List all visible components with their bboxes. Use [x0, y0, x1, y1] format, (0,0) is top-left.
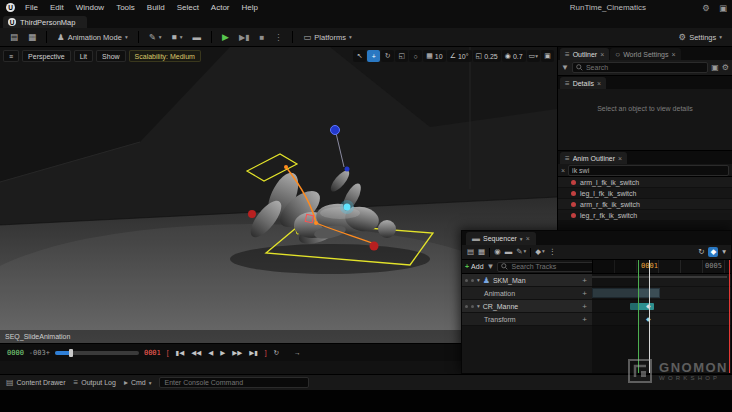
filter-icon[interactable]: ▼: [561, 63, 569, 72]
track-filter-icon[interactable]: ▼: [487, 262, 495, 271]
menu-window[interactable]: Window: [70, 0, 110, 15]
range-start-bracket-icon[interactable]: [: [166, 349, 170, 356]
grid-snap-control[interactable]: ▦ 10: [423, 50, 445, 62]
outliner-settings-icon[interactable]: ⚙: [722, 63, 729, 72]
anim-outliner-search[interactable]: [568, 165, 729, 176]
cinematics-button[interactable]: ▬: [188, 31, 205, 44]
menu-select[interactable]: Select: [171, 0, 205, 15]
console-command-input[interactable]: [164, 379, 304, 386]
track-row[interactable]: ▾ ♟ SKM_Man +: [462, 274, 731, 287]
menu-help[interactable]: Help: [236, 0, 264, 15]
add-subtrack-icon[interactable]: +: [582, 289, 587, 298]
control-item[interactable]: leg_r_fk_ik_switch: [558, 210, 732, 221]
control-item[interactable]: leg_l_fk_ik_switch: [558, 188, 732, 199]
play-button[interactable]: ▶: [218, 30, 233, 44]
playback-options-icon[interactable]: ↻: [698, 248, 704, 256]
move-tool-button[interactable]: +: [367, 50, 380, 62]
track-row[interactable]: ▾ CR_Manne + ◆: [462, 300, 731, 313]
previous-key-button[interactable]: ◀◀: [190, 349, 202, 357]
menu-actor[interactable]: Actor: [205, 0, 236, 15]
editor-settings-icon[interactable]: ⚙: [702, 3, 710, 13]
render-movie-icon[interactable]: ▬: [505, 248, 513, 256]
perspective-dropdown[interactable]: Perspective: [22, 50, 71, 62]
add-subtrack-icon[interactable]: +: [582, 276, 587, 285]
blueprint-dropdown[interactable]: ■ ▾: [168, 31, 187, 44]
close-icon[interactable]: ×: [618, 155, 622, 162]
menu-tools[interactable]: Tools: [110, 0, 141, 15]
save-sequence-icon[interactable]: ▤: [467, 248, 474, 256]
select-tool-button[interactable]: ↖: [353, 50, 366, 62]
close-icon[interactable]: ×: [600, 51, 604, 58]
menu-build[interactable]: Build: [141, 0, 171, 15]
camera-speed-control[interactable]: ◉ 0.7: [502, 50, 526, 62]
control-item[interactable]: arm_r_fk_ik_switch: [558, 199, 732, 210]
loop-toggle-button[interactable]: ↻: [273, 349, 280, 357]
tab-outliner[interactable]: ≡ Outliner ×: [560, 48, 609, 60]
clear-search-icon[interactable]: ×: [561, 167, 565, 174]
console-command-box[interactable]: [159, 377, 309, 388]
editor-mode-dropdown[interactable]: ♟ Animation Mode ▾: [53, 31, 132, 44]
save-button[interactable]: ▤: [6, 31, 22, 44]
keyframe-icon[interactable]: ◆: [646, 316, 651, 322]
step-back-button[interactable]: ◀: [207, 349, 214, 357]
jump-to-end-button[interactable]: ▶▮: [248, 349, 259, 357]
scale-snap-control[interactable]: ◱ 0.25: [473, 50, 501, 62]
viewport-options-button[interactable]: ≡: [3, 50, 19, 62]
platforms-dropdown[interactable]: ▭ Platforms ▾: [299, 31, 355, 44]
frame-skip-button[interactable]: ▶▮: [235, 31, 254, 44]
add-subtrack-icon[interactable]: +: [582, 302, 587, 311]
find-asset-icon[interactable]: ▦: [478, 248, 485, 256]
anim-outliner-search-input[interactable]: [572, 167, 725, 174]
control-item[interactable]: arm_l_fk_ik_switch: [558, 177, 732, 188]
screen-layout-button[interactable]: ▭ ▾: [527, 50, 540, 62]
play-forward-button[interactable]: ▶: [219, 349, 226, 357]
scale-tool-button[interactable]: ◱: [395, 50, 408, 62]
menu-file[interactable]: File: [19, 0, 44, 15]
track-row[interactable]: Transform + ◆: [462, 313, 731, 326]
scalability-badge[interactable]: Scalability: Medium: [129, 50, 201, 62]
animation-clip[interactable]: [592, 288, 660, 298]
track-toggle-dot[interactable]: [471, 279, 474, 282]
layout-icon[interactable]: ▣: [719, 3, 727, 13]
tab-anim-outliner[interactable]: ≡ Anim Outliner ×: [560, 152, 627, 164]
tab-world-settings[interactable]: ○ World Settings ×: [610, 48, 680, 60]
track-toggle-dot[interactable]: [465, 305, 468, 308]
tab-details[interactable]: ≡ Details ×: [560, 77, 606, 89]
content-button[interactable]: ▦: [24, 31, 40, 44]
timeline-ruler[interactable]: 0001 0005: [592, 260, 731, 273]
range-end-bracket-icon[interactable]: ]: [264, 349, 268, 356]
edits-dropdown-icon[interactable]: ✎▾: [516, 248, 526, 256]
content-drawer-button[interactable]: ▤ Content Drawer: [6, 378, 66, 387]
add-track-button[interactable]: + Add: [465, 263, 484, 270]
timeline-scrub-slider[interactable]: [55, 351, 139, 355]
outliner-search-input[interactable]: [586, 64, 704, 71]
track-key-lane[interactable]: [592, 287, 731, 300]
jump-to-start-button[interactable]: ▮◀: [175, 349, 186, 357]
goto-frame-button[interactable]: →: [293, 349, 302, 356]
world-space-button[interactable]: ○: [409, 50, 422, 62]
add-subtrack-icon[interactable]: +: [582, 315, 587, 324]
menu-edit[interactable]: Edit: [44, 0, 70, 15]
close-icon[interactable]: ×: [597, 80, 601, 87]
rotation-snap-control[interactable]: ∠ 10°: [447, 50, 472, 62]
more-options-icon[interactable]: ⋮: [549, 248, 557, 256]
curve-editor-icon[interactable]: ▾: [722, 248, 726, 256]
keyframe-options-icon[interactable]: ◆▾: [535, 248, 545, 256]
view-mode-dropdown[interactable]: Lit: [74, 50, 93, 62]
close-icon[interactable]: ×: [672, 51, 676, 58]
cmd-dropdown[interactable]: ▸ Cmd ▾: [124, 378, 152, 387]
add-actor-dropdown[interactable]: ✎ ▾: [145, 31, 166, 44]
play-options-button[interactable]: ⋮: [270, 31, 286, 44]
new-folder-icon[interactable]: ▣: [711, 63, 719, 72]
create-camera-icon[interactable]: ◉: [494, 248, 501, 256]
settings-dropdown[interactable]: ⚙ Settings ▾: [675, 31, 727, 44]
stop-button[interactable]: ■: [255, 31, 268, 44]
output-log-button[interactable]: ≡ Output Log: [74, 378, 116, 387]
track-toggle-dot[interactable]: [471, 305, 474, 308]
expand-caret-icon[interactable]: ▾: [477, 277, 480, 283]
track-toggle-dot[interactable]: [465, 279, 468, 282]
rotate-tool-button[interactable]: ↻: [381, 50, 394, 62]
track-key-lane[interactable]: [592, 274, 731, 287]
track-key-lane[interactable]: ◆: [592, 313, 731, 326]
show-dropdown[interactable]: Show: [96, 50, 126, 62]
